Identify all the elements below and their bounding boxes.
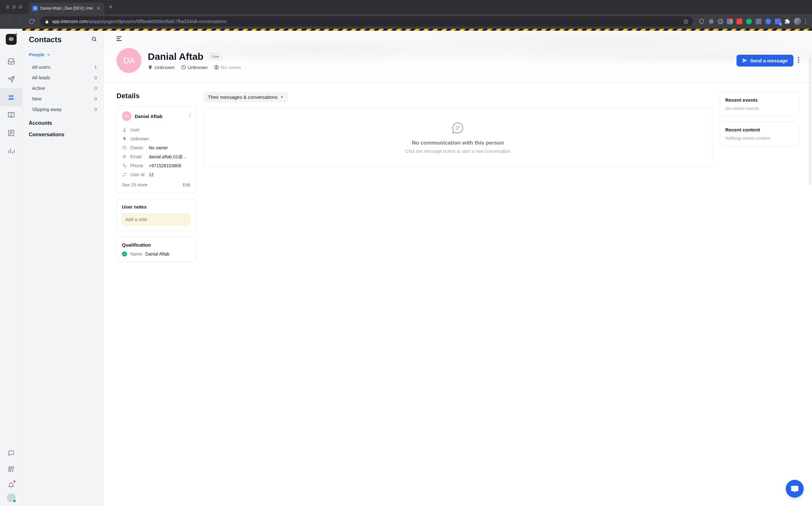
svg-rect-25: [9, 467, 11, 469]
browser-tab[interactable]: Danial Aftab | Ziwo [DEV] | Inte ✕: [29, 3, 104, 14]
address-bar-row: app.intercom.com/a/apps/pagec59p/users/5…: [0, 14, 812, 29]
extensions-button[interactable]: [785, 18, 790, 24]
bookmark-star-icon[interactable]: [683, 19, 688, 24]
svg-point-10: [805, 23, 806, 24]
sidebar-item-active[interactable]: Active 0: [29, 83, 97, 93]
address-bar[interactable]: app.intercom.com/a/apps/pagec59p/users/5…: [40, 16, 693, 26]
sidebar-link-accounts[interactable]: Accounts: [29, 120, 97, 126]
sidebar-link-conversations[interactable]: Conversations: [29, 132, 97, 138]
at-icon: [122, 155, 127, 159]
details-card: DA Danial Aftab User Unknown: [116, 106, 196, 193]
recent-content-card: Recent content Nothing recent content: [720, 121, 799, 146]
back-button[interactable]: [4, 17, 13, 26]
sidebar-toggle-icon[interactable]: [116, 36, 799, 41]
nav-articles[interactable]: [0, 106, 22, 124]
svg-rect-26: [11, 467, 13, 469]
new-tab-button[interactable]: +: [109, 4, 112, 11]
body-section: Details DA Danial Aftab: [104, 83, 812, 271]
send-message-button[interactable]: Send a message: [736, 55, 794, 67]
caret-down-icon: [280, 96, 283, 99]
qualification-title: Qualification: [122, 242, 190, 248]
profile-avatar[interactable]: [794, 18, 801, 25]
minimize-window-icon[interactable]: [12, 5, 16, 9]
extension-icon[interactable]: [756, 18, 761, 24]
qualification-card: Qualification ✓ Name Danial Aftab: [116, 237, 196, 262]
details-more-icon[interactable]: [189, 113, 190, 119]
svg-point-35: [798, 57, 799, 58]
sidebar-item-new[interactable]: New 0: [29, 93, 97, 104]
extension-icon[interactable]: [765, 18, 771, 24]
sidebar-item-all-users[interactable]: All users 1: [29, 62, 97, 72]
extension-icon[interactable]: [746, 18, 752, 24]
shield-icon[interactable]: [699, 18, 705, 24]
nav-news[interactable]: [0, 124, 22, 142]
svg-rect-14: [12, 38, 13, 40]
note-input[interactable]: [122, 213, 190, 226]
intercom-chat-fab[interactable]: [786, 480, 804, 498]
extension-icons: [697, 18, 808, 25]
nav-reports[interactable]: [0, 142, 22, 160]
notes-card: User notes: [116, 199, 196, 231]
user-hero: DA Danial Aftab User Unknown Unknown: [104, 29, 812, 83]
empty-title: No communication with this person: [214, 140, 702, 146]
extension-badge-icon[interactable]: [775, 18, 781, 24]
user-owner: No owner: [214, 65, 241, 70]
nav-inbox[interactable]: [0, 53, 22, 70]
svg-point-37: [798, 62, 799, 63]
close-tab-icon[interactable]: ✕: [97, 6, 100, 11]
chevron-down-icon: [47, 53, 51, 57]
url-text: app.intercom.com/a/apps/pagec59p/users/5…: [52, 19, 227, 24]
svg-rect-11: [9, 38, 10, 40]
sidebar-item-slipping-away[interactable]: Slipping away 0: [29, 104, 97, 114]
see-more-link[interactable]: See 25 more: [122, 182, 148, 187]
window-controls: [6, 5, 22, 9]
scrollbar[interactable]: [809, 58, 811, 185]
nav-outbound[interactable]: [0, 70, 22, 88]
conversations-dropdown[interactable]: Their messages & conversations: [204, 92, 288, 102]
edit-link[interactable]: Edit: [183, 182, 190, 187]
nav-user-avatar[interactable]: [7, 493, 16, 502]
svg-point-15: [9, 95, 11, 97]
intercom-logo-icon[interactable]: [6, 34, 17, 45]
svg-rect-2: [36, 8, 36, 9]
nav-contacts[interactable]: [0, 88, 22, 106]
empty-sub: Click the message button to start a new …: [214, 149, 702, 154]
sidebar-item-all-leads[interactable]: All leads 0: [29, 72, 97, 83]
search-icon[interactable]: [91, 36, 97, 43]
more-actions-icon[interactable]: [798, 57, 799, 64]
browser-menu-icon[interactable]: [805, 19, 806, 24]
maximize-window-icon[interactable]: [18, 5, 22, 9]
svg-point-43: [124, 147, 125, 148]
sidebar: Contacts People All users 1 All leads 0 …: [22, 29, 104, 506]
close-window-icon[interactable]: [6, 5, 10, 9]
detail-location: Unknown: [122, 134, 190, 143]
extension-icon[interactable]: [727, 18, 733, 24]
reload-button[interactable]: [27, 17, 36, 26]
sidebar-section-people[interactable]: People: [29, 52, 97, 57]
user-type-badge: User: [208, 53, 222, 60]
forward-button[interactable]: [15, 17, 25, 26]
record-icon[interactable]: [718, 19, 723, 24]
details-column: Details DA Danial Aftab: [116, 92, 196, 262]
pin-icon: [122, 137, 127, 141]
nav-messages[interactable]: [0, 445, 22, 461]
detail-type: User: [122, 125, 190, 134]
qualification-name: ✓ Name Danial Aftab: [122, 251, 190, 257]
right-column: Recent events No recent events Recent co…: [720, 92, 799, 262]
nav-notifications[interactable]: [0, 477, 22, 493]
phone-icon: [122, 163, 127, 168]
user-time: Unknown: [181, 65, 208, 70]
svg-point-16: [11, 95, 13, 97]
app-container: Contacts People All users 1 All leads 0 …: [0, 29, 812, 506]
recent-events-card: Recent events No recent events: [720, 92, 799, 116]
nav-apps[interactable]: [0, 461, 22, 477]
conversations-empty: No communication with this person Click …: [204, 108, 712, 167]
intercom-favicon-icon: [32, 6, 38, 11]
main-content: DA Danial Aftab User Unknown Unknown: [104, 29, 812, 506]
extension-icon[interactable]: [736, 18, 742, 24]
dev-banner: [22, 29, 812, 31]
atom-icon[interactable]: [708, 18, 714, 24]
svg-point-4: [711, 21, 712, 22]
tab-bar: Danial Aftab | Ziwo [DEV] | Inte ✕ +: [0, 0, 812, 14]
svg-point-8: [805, 19, 806, 20]
